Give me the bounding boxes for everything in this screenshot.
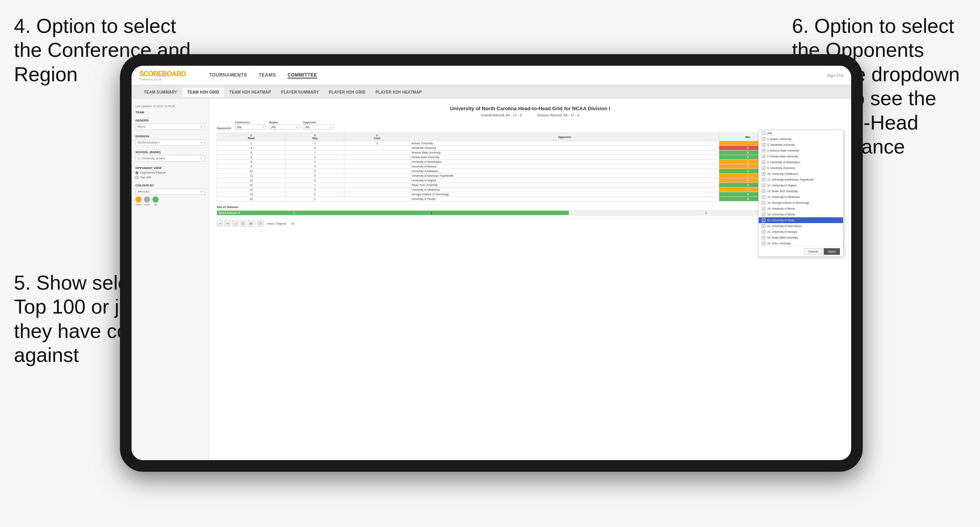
table-row: 10 5 University of Alabama 3 0 [217, 169, 843, 174]
cell-opponent: University of Virginia [410, 178, 719, 183]
dropdown-item-label: 22. University of Georgia [767, 230, 797, 233]
overall-record: Overall Record: 89 - 17 - 0 [481, 113, 522, 117]
dropdown-item-label: (All) [767, 132, 772, 135]
col-reg: #Reg [286, 133, 344, 141]
opponents-filter-label: Opponents: [217, 127, 232, 130]
toolbar-copy[interactable]: ⊡ [240, 220, 246, 227]
dropdown-item[interactable]: 13. Texas Tech University [759, 188, 843, 194]
filter-row: Opponents: Conference (All) Region (All)… [217, 121, 843, 130]
colour-level-item: Level [144, 196, 150, 206]
gender-dropdown[interactable]: Men's [135, 123, 205, 130]
dropdown-item[interactable]: (All) [759, 130, 843, 136]
table-row: 12 3 University of Virginia 1 0 [217, 178, 843, 183]
dropdown-item[interactable]: 23. Texas A&M University [759, 235, 843, 240]
toolbar-undo[interactable]: ↩ [217, 220, 223, 227]
cell-reg: 6 [286, 174, 344, 178]
dropdown-item[interactable]: 8. University of Washington [759, 159, 843, 165]
tab-team-h2h-heatmap[interactable]: TEAM H2H HEATMAP [225, 88, 275, 97]
filter-region-group: Region (All) [269, 121, 300, 130]
team-section: Team [135, 111, 205, 114]
toolbar-back[interactable]: ◁ [232, 220, 238, 227]
dropdown-item[interactable]: 18. University of Illinois [759, 211, 843, 217]
tab-player-summary[interactable]: PLAYER SUMMARY [276, 88, 323, 97]
table-row: 6 2 Florida State University 4 2 [217, 155, 843, 160]
checkbox-19 [762, 242, 765, 245]
colour-section: Colour by Win/loss Down Level [135, 184, 205, 206]
table-row: 16 2 University of Florida 5 1 [217, 197, 843, 201]
conference-filter-select[interactable]: (All) [235, 125, 266, 130]
dropdown-item[interactable]: 3. Vanderbilt University [759, 142, 843, 148]
cell-rank: 15 [217, 192, 286, 197]
dropdown-item[interactable]: 11. University of Arkansas, Fayetteville [759, 177, 843, 182]
radio-top100[interactable]: Top 100 [135, 176, 205, 179]
cell-conf [344, 197, 410, 201]
logo: SCOREBOARD [139, 70, 186, 78]
dropdown-item-label: 11. University of Arkansas, Fayetteville [767, 178, 814, 181]
tab-team-h2h-grid[interactable]: TEAM H2H GRID [183, 88, 224, 97]
toolbar-sep2 [265, 220, 265, 227]
cell-opponent: Arizona State University [410, 150, 719, 155]
dropdown-item-label: 4. Arizona State University [767, 149, 799, 152]
tab-player-h2h-heatmap[interactable]: PLAYER H2H HEATMAP [371, 88, 426, 97]
colour-dots: Down Level Up [135, 196, 205, 206]
cell-conf: 1 [344, 141, 410, 146]
cancel-button[interactable]: Cancel [804, 248, 822, 255]
cell-reg: 1 [286, 183, 344, 188]
dropdown-item[interactable]: 16. University of Illinois [759, 206, 843, 211]
nav-teams[interactable]: TEAMS [259, 72, 276, 78]
checkbox-18 [762, 236, 765, 239]
dropdown-item-label: 21. University of New Mexico [767, 225, 802, 227]
record-row: Overall Record: 89 - 17 - 0 Division Rec… [217, 113, 843, 117]
dropdown-item[interactable]: 6. Florida State University [759, 153, 843, 159]
tab-team-summary[interactable]: TEAM SUMMARY [139, 88, 182, 97]
dropdown-item[interactable]: 21. University of New Mexico [759, 223, 843, 229]
dropdown-item[interactable]: 9. University of Arizona [759, 165, 843, 171]
cell-opponent: University of Arkansas, Fayetteville [410, 174, 719, 178]
filter-opponents-group: Opponents: [217, 127, 232, 130]
division-dropdown[interactable]: NCAA Division I [135, 139, 205, 146]
dropdown-item-label: 3. Vanderbilt University [767, 143, 795, 146]
toolbar-redo[interactable]: ↪ [224, 220, 231, 227]
cell-opponent: Vanderbilt University [410, 146, 719, 150]
opponent-filter-label: Opponent [303, 121, 334, 124]
apply-button[interactable]: Apply [824, 248, 840, 255]
checkbox-2 [762, 143, 765, 147]
dropdown-item[interactable]: 12. University of Virginia [759, 182, 843, 188]
dropdown-item[interactable]: 4. Arizona State University [759, 148, 843, 153]
cell-rank: 3 [217, 146, 286, 150]
dropdown-item[interactable]: 10. University of Alabama [759, 171, 843, 177]
dropdown-item[interactable]: 2. Auburn University [759, 136, 843, 142]
checkbox-4 [762, 155, 765, 158]
radio-opponents-played[interactable]: Opponents Played [135, 171, 205, 174]
checkbox-13 [762, 207, 765, 210]
nav-tournaments[interactable]: TOURNAMENTS [209, 72, 247, 78]
tab-player-h2h-grid[interactable]: PLAYER H2H GRID [324, 88, 370, 97]
colour-dropdown[interactable]: Win/loss [135, 188, 205, 195]
logo-text: SCOREBOARD [139, 70, 186, 78]
dropdown-item[interactable]: 15. Georgia Institute of Technology [759, 200, 843, 206]
region-filter-select[interactable]: (All) [269, 125, 300, 130]
school-label: School (Rank) [135, 150, 205, 154]
nav-committee[interactable]: COMMITTEE [287, 72, 317, 78]
dropdown-item[interactable]: 24. Duke University [759, 240, 843, 246]
opponent-filter-select[interactable]: (All) [303, 125, 334, 130]
nav-signout[interactable]: Sign Out [827, 73, 843, 78]
cell-reg: 2 [286, 160, 344, 164]
dropdown-item[interactable]: 22. University of Georgia [759, 229, 843, 235]
dropdown-item[interactable]: 20. University of Texas [759, 217, 843, 223]
dropdown-item[interactable]: 14. University of Oklahoma [759, 194, 843, 200]
cell-rank: 10 [217, 169, 286, 174]
filter-conference-group: Conference (All) [235, 121, 266, 130]
table-row: NCAA Division II 1 0 [217, 211, 843, 215]
checkbox-5 [762, 160, 765, 164]
toolbar-clock[interactable]: ⏱ [257, 220, 263, 227]
division-record: Division Record: 88 - 17 - 0 [537, 113, 580, 117]
toolbar-paste[interactable]: ⊞ [248, 220, 254, 227]
out-div-win: 1 [294, 211, 569, 215]
cell-reg: 1 [286, 150, 344, 155]
opponent-view-section: Opponent View Opponents Played Top 100 [135, 166, 205, 179]
checkbox-16 [762, 224, 765, 228]
tablet-device: SCOREBOARD Powered by cLoud TOURNAMENTS … [120, 54, 863, 472]
dropdown-item-label: 18. University of Illinois [767, 213, 795, 216]
school-dropdown[interactable]: 1. University of Nort... [135, 155, 205, 162]
